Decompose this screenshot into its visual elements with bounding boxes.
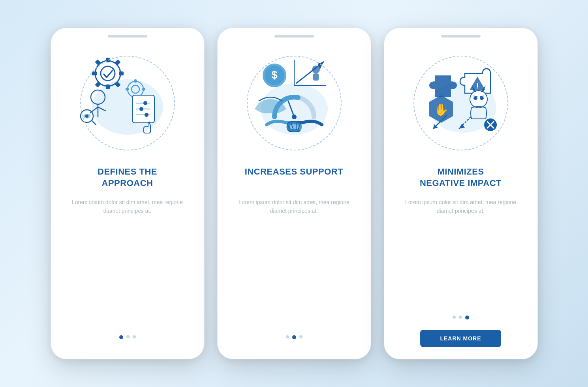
dot-2-3[interactable] bbox=[299, 335, 302, 338]
dot-2-2[interactable] bbox=[292, 335, 296, 339]
illustration-area-2: $ bbox=[239, 48, 349, 158]
phone-card-1: DEFINES THE APPROACH Lorem ipsum dolor s… bbox=[51, 28, 205, 359]
learn-more-button[interactable]: LEARN MORE bbox=[420, 330, 501, 347]
dashed-circle-3 bbox=[413, 56, 508, 150]
card-3-title: MINIMIZES NEGATIVE IMPACT bbox=[420, 166, 502, 190]
dot-1-1[interactable] bbox=[119, 335, 123, 339]
dot-1-2[interactable] bbox=[126, 335, 130, 338]
dot-3-1[interactable] bbox=[453, 316, 456, 319]
card-2-title: INCREASES SUPPORT bbox=[245, 166, 343, 190]
dot-2-1[interactable] bbox=[286, 335, 289, 338]
card-1-dots bbox=[119, 335, 136, 339]
dot-3-2[interactable] bbox=[459, 316, 462, 319]
card-2-dots bbox=[286, 335, 302, 339]
illustration-area-1 bbox=[72, 48, 183, 158]
dot-1-3[interactable] bbox=[133, 335, 136, 338]
card-1-body: Lorem ipsum dolor sit dim amet, mea regi… bbox=[63, 198, 192, 216]
card-2-body: Lorem ipsum dolor sit dim amet, mea regi… bbox=[229, 198, 359, 216]
card-3-dots bbox=[453, 316, 469, 319]
phone-card-3: ! ✋ bbox=[384, 28, 538, 359]
illustration-area-3: ! ✋ bbox=[406, 48, 516, 158]
dot-3-3[interactable] bbox=[465, 316, 469, 319]
dashed-circle-1 bbox=[80, 56, 175, 150]
dashed-circle-2 bbox=[247, 56, 342, 150]
phone-card-2: $ bbox=[217, 28, 371, 359]
card-3-body: Lorem ipsum dolor sit dim amet, mea regi… bbox=[396, 198, 526, 216]
card-1-title: DEFINES THE APPROACH bbox=[98, 166, 157, 190]
phones-container: DEFINES THE APPROACH Lorem ipsum dolor s… bbox=[51, 28, 538, 359]
